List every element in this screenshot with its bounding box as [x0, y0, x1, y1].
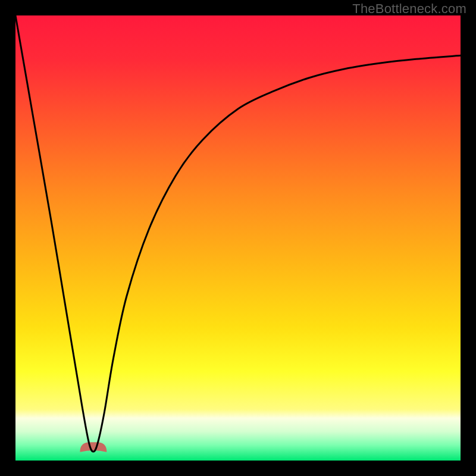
watermark-text: TheBottleneck.com: [352, 1, 466, 17]
chart-frame: TheBottleneck.com: [0, 0, 476, 476]
gradient-background: [15, 15, 461, 461]
chart-plot: [15, 15, 461, 461]
